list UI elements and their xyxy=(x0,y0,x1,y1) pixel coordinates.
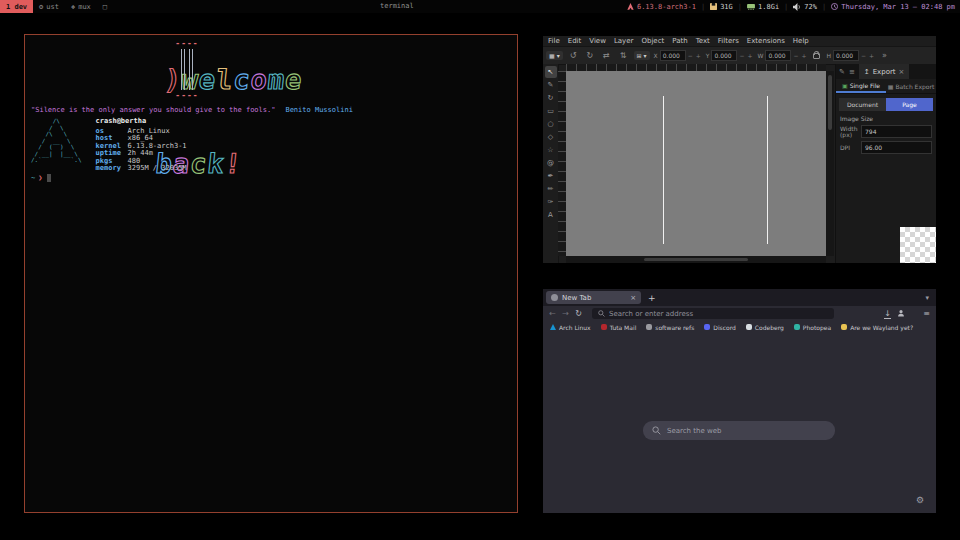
bookmark-folder-software-refs[interactable]: software refs xyxy=(646,324,694,331)
workspace-tag-ust[interactable]: ⚙ ust xyxy=(33,0,65,13)
spiral-tool-icon[interactable]: @ xyxy=(545,157,557,169)
decrement-button[interactable]: − xyxy=(738,52,745,59)
document-button[interactable]: Document xyxy=(839,98,886,111)
active-tab[interactable]: New Tab × xyxy=(546,291,641,304)
y-value[interactable]: 0.000 xyxy=(711,50,737,61)
bookmark-codeberg[interactable]: Codeberg xyxy=(746,324,784,331)
list-icon[interactable]: ≡ xyxy=(849,68,855,76)
bookmark-are-we-wayland-yet[interactable]: Are we Wayland yet? xyxy=(841,324,913,331)
account-button[interactable] xyxy=(895,309,906,319)
decrement-button[interactable]: − xyxy=(860,52,867,59)
personalize-gear-icon[interactable]: ⚙ xyxy=(916,495,924,505)
batch-export-label: Batch Export xyxy=(895,83,934,90)
width-spinbox[interactable]: W0.000−+ xyxy=(757,50,807,61)
pencil-icon[interactable]: ✎ xyxy=(839,68,845,76)
h-value[interactable]: 0.000 xyxy=(833,50,859,61)
inkscape-canvas[interactable] xyxy=(566,71,826,256)
list-all-tabs-icon[interactable]: ▾ xyxy=(925,294,933,302)
star-tool-icon[interactable]: ☆ xyxy=(545,144,557,156)
x-value[interactable]: 0.000 xyxy=(660,50,686,61)
rotate-ccw-button[interactable]: ↺ xyxy=(567,51,580,60)
rectangle-tool-icon[interactable]: ▭ xyxy=(545,105,557,117)
align-dropdown[interactable]: ⊞▾ xyxy=(634,51,650,60)
web-search-input[interactable]: Search the web xyxy=(643,421,835,440)
back-button[interactable]: ← xyxy=(547,309,558,318)
bookmark-label: software refs xyxy=(655,324,694,331)
fetch-label: memory xyxy=(96,165,128,173)
align-icon: ⊞ xyxy=(637,52,642,59)
menu-file[interactable]: File xyxy=(548,37,560,45)
workspace-tags: 1 dev ⚙ ust ❖ mux □ xyxy=(0,0,113,13)
x-coordinate-spinbox[interactable]: X0.000−+ xyxy=(654,50,702,61)
decrement-button[interactable]: − xyxy=(792,52,799,59)
export-dialog-tab[interactable]: ↥ Export × xyxy=(859,64,910,79)
bookmark-photopea[interactable]: Photopea xyxy=(794,324,831,331)
lock-ratio-icon[interactable] xyxy=(813,53,820,59)
increment-button[interactable]: + xyxy=(695,52,702,59)
y-label: Y xyxy=(706,52,711,59)
text-tool-icon[interactable]: A xyxy=(545,209,557,221)
dpi-input[interactable]: 96.00 xyxy=(861,141,932,154)
close-tab-icon[interactable]: × xyxy=(630,294,636,302)
navigation-toolbar: ← → ↻ Search or enter address ↓ ≡ xyxy=(543,306,936,321)
shell-prompt[interactable]: ~ ❯ xyxy=(31,174,51,182)
w-value[interactable]: 0.000 xyxy=(765,50,791,61)
increment-button[interactable]: + xyxy=(868,52,875,59)
inkscape-window[interactable]: File Edit View Layer Object Path Text Fi… xyxy=(543,36,936,263)
increment-button[interactable]: + xyxy=(800,52,807,59)
tab-single-file[interactable]: ▣Single File xyxy=(836,79,886,93)
bookmark-tuta-mail[interactable]: Tuta Mail xyxy=(601,324,637,331)
menu-object[interactable]: Object xyxy=(641,37,664,45)
workspace-tag-empty[interactable]: □ xyxy=(97,0,113,13)
flip-horizontal-button[interactable]: ⇄ xyxy=(600,51,613,60)
flip-vertical-button[interactable]: ⇅ xyxy=(617,51,630,60)
desktop: 1 dev ⚙ ust ❖ mux □ terminal 6.13.8-arch… xyxy=(0,0,960,540)
reload-button[interactable]: ↻ xyxy=(573,309,584,318)
x-label: X xyxy=(654,52,659,59)
toolbar-overflow-button[interactable]: » xyxy=(879,51,890,60)
shape-builder-tool-icon[interactable]: ↻ xyxy=(545,92,557,104)
batch-export-icon: ▦ xyxy=(888,83,894,90)
menu-text[interactable]: Text xyxy=(696,37,710,45)
menu-filters[interactable]: Filters xyxy=(718,37,739,45)
menu-button[interactable]: ≡ xyxy=(921,309,932,318)
box-tool-icon[interactable]: ◇ xyxy=(545,131,557,143)
tag-label: ust xyxy=(46,3,59,11)
menu-extensions[interactable]: Extensions xyxy=(747,37,785,45)
pen-tool-icon[interactable]: ✒ xyxy=(545,170,557,182)
terminal-window[interactable]: )welcome back! ---- ---- "Silence is the… xyxy=(24,34,518,513)
selector-tool-icon[interactable]: ↖ xyxy=(545,66,557,78)
menu-help[interactable]: Help xyxy=(793,37,809,45)
node-tool-icon[interactable]: ✎ xyxy=(545,79,557,91)
forward-button[interactable]: → xyxy=(560,309,571,318)
page-button[interactable]: Page xyxy=(886,98,933,111)
firefox-window[interactable]: New Tab × + ▾ ← → ↻ Search or enter addr… xyxy=(543,289,936,513)
menu-path[interactable]: Path xyxy=(672,37,687,45)
menu-edit[interactable]: Edit xyxy=(568,37,582,45)
canvas-vertical-scrollbar[interactable] xyxy=(826,71,834,256)
increment-button[interactable]: + xyxy=(746,52,753,59)
w-label: W xyxy=(757,52,764,59)
close-icon[interactable]: × xyxy=(899,68,905,76)
menu-view[interactable]: View xyxy=(589,37,606,45)
height-spinbox[interactable]: H0.000−+ xyxy=(826,50,875,61)
selection-mode-dropdown[interactable]: ▦▾ xyxy=(546,51,563,60)
y-coordinate-spinbox[interactable]: Y0.000−+ xyxy=(706,50,754,61)
new-tab-button[interactable]: + xyxy=(641,293,663,303)
menu-layer[interactable]: Layer xyxy=(614,37,634,45)
tab-batch-export[interactable]: ▦Batch Export xyxy=(886,79,936,93)
pencil-tool-icon[interactable]: ✏ xyxy=(545,183,557,195)
bookmark-discord[interactable]: Discord xyxy=(704,324,736,331)
grid-mode-icon: ▦ xyxy=(549,52,555,59)
ellipse-tool-icon[interactable]: ○ xyxy=(545,118,557,130)
canvas-horizontal-scrollbar[interactable] xyxy=(566,256,826,263)
decrement-button[interactable]: − xyxy=(687,52,694,59)
width-input[interactable]: 794 xyxy=(861,125,932,138)
calligraphy-tool-icon[interactable]: ✑ xyxy=(545,196,557,208)
rotate-cw-button[interactable]: ↻ xyxy=(583,51,596,60)
bookmark-arch-linux[interactable]: Arch Linux xyxy=(550,324,591,331)
address-bar[interactable]: Search or enter address xyxy=(592,308,834,319)
downloads-button[interactable]: ↓ xyxy=(882,309,893,318)
workspace-tag-mux[interactable]: ❖ mux xyxy=(65,0,97,13)
workspace-tag-dev[interactable]: 1 dev xyxy=(0,0,33,13)
